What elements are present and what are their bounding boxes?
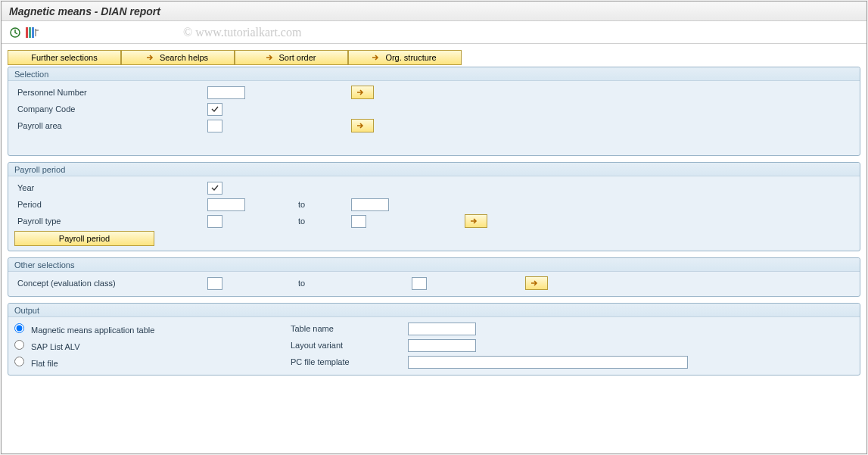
sap-list-alv-radio[interactable]: [14, 340, 24, 350]
flat-file-label: Flat file: [31, 359, 58, 368]
search-helps-button[interactable]: Search helps: [121, 50, 235, 65]
arrow-right-icon: [370, 52, 381, 63]
page-title: Magnetic means - DIAN report: [9, 5, 160, 17]
flat-file-radio[interactable]: [14, 357, 24, 366]
execute-icon[interactable]: [9, 26, 21, 39]
selection-buttons-row: Further selections Search helps Sort ord…: [8, 50, 860, 65]
other-selections-group: Other selections Concept (evaluation cla…: [8, 257, 860, 297]
structure-icon[interactable]: [26, 27, 41, 38]
group-title: Output: [8, 304, 860, 317]
svg-rect-2: [29, 27, 31, 38]
button-label: Org. structure: [385, 53, 436, 62]
magnetic-means-label: Magnetic means application table: [31, 326, 154, 335]
check-icon: [210, 183, 219, 192]
personnel-number-input[interactable]: [207, 86, 245, 99]
year-label: Year: [14, 183, 207, 192]
pc-file-template-input[interactable]: [408, 356, 688, 369]
concept-label: Concept (evaluation class): [14, 279, 207, 288]
org-structure-button[interactable]: Org. structure: [348, 50, 462, 65]
sap-list-alv-label: SAP List ALV: [31, 342, 79, 351]
concept-from-input[interactable]: [207, 277, 222, 290]
button-label: Payroll period: [59, 234, 110, 243]
group-title: Selection: [8, 67, 860, 81]
group-title: Payroll period: [8, 163, 860, 176]
concept-to-input[interactable]: [412, 277, 427, 290]
concept-multiselect-button[interactable]: [525, 276, 548, 290]
arrow-right-icon: [355, 120, 366, 131]
payroll-type-label: Payroll type: [14, 217, 207, 226]
pc-file-template-label: PC file template: [291, 357, 408, 366]
arrow-right-icon: [355, 87, 366, 98]
table-name-label: Table name: [291, 324, 408, 333]
payroll-type-multiselect-button[interactable]: [465, 214, 487, 228]
arrow-right-icon: [529, 278, 540, 288]
application-toolbar: [2, 21, 866, 44]
to-label: to: [298, 217, 351, 226]
sort-order-button[interactable]: Sort order: [235, 50, 348, 65]
to-label: to: [298, 200, 351, 209]
payroll-type-from-input[interactable]: [207, 215, 222, 228]
arrow-right-icon: [468, 216, 479, 226]
payroll-area-label: Payroll area: [14, 121, 207, 130]
company-code-input[interactable]: [207, 103, 222, 116]
table-name-input[interactable]: [408, 323, 476, 335]
personnel-number-label: Personnel Number: [14, 88, 207, 97]
layout-variant-input[interactable]: [408, 339, 476, 352]
button-label: Sort order: [279, 53, 316, 62]
payroll-period-group: Payroll period Year Period to: [8, 162, 860, 251]
output-group: Output Magnetic means application table …: [8, 303, 860, 376]
svg-rect-3: [32, 27, 34, 38]
company-code-label: Company Code: [14, 104, 207, 114]
payroll-period-button[interactable]: Payroll period: [14, 231, 154, 246]
period-label: Period: [14, 200, 207, 209]
group-title: Other selections: [8, 258, 860, 272]
arrow-right-icon: [264, 52, 275, 63]
period-from-input[interactable]: [207, 198, 245, 211]
to-label: to: [298, 279, 412, 288]
personnel-number-multiselect-button[interactable]: [351, 86, 374, 99]
payroll-area-multiselect-button[interactable]: [351, 119, 374, 132]
magnetic-means-radio[interactable]: [14, 323, 24, 333]
svg-rect-1: [26, 27, 28, 38]
year-input[interactable]: [207, 182, 222, 195]
check-icon: [210, 104, 219, 114]
further-selections-button[interactable]: Further selections: [8, 50, 121, 65]
selection-group: Selection Personnel Number Company Code: [8, 67, 860, 156]
period-to-input[interactable]: [351, 198, 389, 211]
arrow-right-icon: [145, 52, 155, 63]
title-bar: Magnetic means - DIAN report: [2, 2, 866, 21]
payroll-area-input[interactable]: [207, 120, 222, 132]
button-label: Search helps: [160, 53, 208, 62]
layout-variant-label: Layout variant: [291, 341, 408, 350]
button-label: Further selections: [31, 53, 97, 62]
payroll-type-to-input[interactable]: [351, 215, 366, 228]
